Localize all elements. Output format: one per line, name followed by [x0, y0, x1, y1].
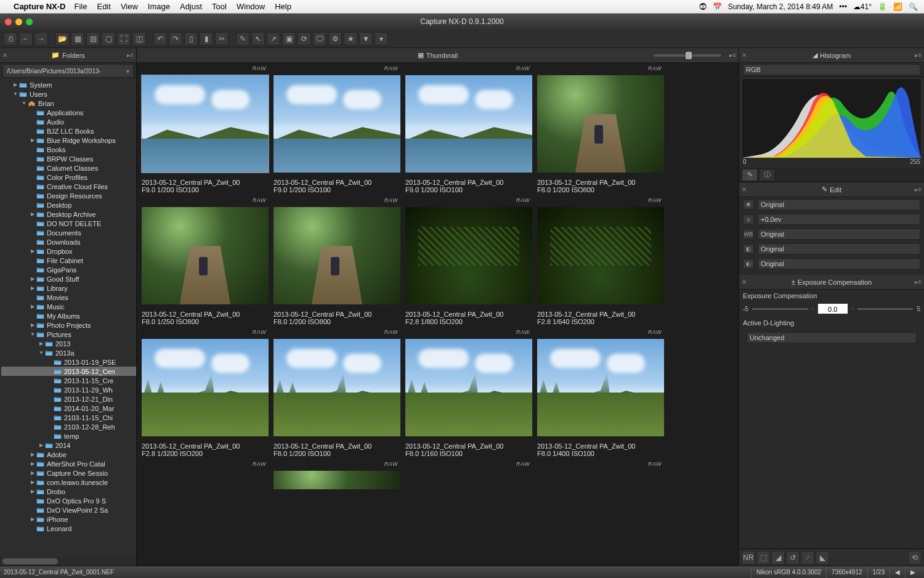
edit-row-select[interactable]: +0.0ev — [758, 214, 920, 225]
folder-library[interactable]: ▶Library — [1, 283, 136, 293]
thumbnail-image[interactable] — [405, 207, 532, 304]
folder-aftershot-pro-catal[interactable]: ▶AfterShot Pro Catal — [1, 459, 136, 468]
edit-row-select[interactable]: Original — [758, 243, 920, 254]
thumbnail-item[interactable]: RAW2013-05-12_Central PA_Zwit_00F8.0 1/4… — [537, 329, 664, 457]
tree-hscrollbar[interactable] — [0, 557, 136, 566]
folder-creative-cloud-files[interactable]: Creative Cloud Files — [1, 182, 136, 191]
filmstrip-view-button[interactable]: ▤ — [86, 32, 100, 46]
exposure-value[interactable]: 0.0 — [817, 303, 848, 314]
eyedropper-button[interactable]: ✎ — [236, 32, 249, 46]
folder-2014-01-20-mar[interactable]: 2014-01-20_Mar — [1, 404, 136, 413]
thumbnail-image[interactable] — [537, 339, 664, 436]
folder-blue-ridge-workshops[interactable]: ▶Blue Ridge Workshops — [1, 136, 136, 145]
curves-button[interactable]: ⟋ — [801, 551, 814, 564]
calendar-icon[interactable]: 📅 — [713, 2, 722, 11]
levels-button[interactable]: ◢ — [771, 551, 785, 564]
chevron-down-icon[interactable]: ▾ — [126, 68, 129, 75]
folder-iphone[interactable]: ▶iPhone — [1, 515, 136, 524]
thumbnail-image[interactable] — [405, 75, 532, 173]
disclosure-triangle[interactable]: ▶ — [30, 285, 36, 291]
thumbnail-image[interactable] — [142, 207, 269, 304]
folder-documents[interactable]: Documents — [1, 228, 136, 237]
thumbnail-item[interactable]: RAW2013-05-12_Central PA_Zwit_00F8.0 1/2… — [274, 197, 400, 325]
reset-button[interactable]: ↺ — [786, 551, 800, 564]
straighten-button[interactable]: ↖ — [251, 32, 265, 46]
folder-books[interactable]: Books — [1, 145, 136, 154]
disclosure-triangle[interactable]: ▼ — [21, 100, 27, 106]
thumbnail-item[interactable]: RAW2013-05-12_Central PA_Zwit_00F8.0 1/2… — [274, 329, 400, 457]
disclosure-triangle[interactable]: ▶ — [30, 137, 36, 143]
edit-tab[interactable]: ✎ — [742, 169, 758, 181]
thumbnail-image[interactable] — [537, 75, 664, 173]
thumbnail-item[interactable]: RAW — [537, 461, 664, 489]
folder-photo-projects[interactable]: ▶Photo Projects — [1, 320, 136, 330]
folder-2103-11-15-chi[interactable]: 2103-11-15_Chi — [1, 413, 136, 422]
forward-button[interactable]: → — [34, 32, 48, 46]
folder-adobe[interactable]: ▶Adobe — [1, 450, 136, 459]
edit-row-select[interactable]: Original — [758, 199, 920, 210]
thumbnail-item[interactable]: RAW2013-05-12_Central PA_Zwit_00F2.8 1/8… — [405, 197, 532, 325]
close-icon[interactable]: ✕ — [742, 186, 747, 193]
folder-music[interactable]: ▶Music — [1, 302, 136, 311]
folder-temp[interactable]: temp — [1, 431, 136, 441]
thumbnail-item[interactable]: RAW2013-05-12_Central PA_Zwit_00F9.0 1/2… — [142, 65, 269, 193]
weather-icon[interactable]: ☁41° — [853, 2, 872, 11]
folder-dropbox[interactable]: ▶Dropbox — [1, 246, 136, 256]
disclosure-triangle[interactable]: ▼ — [38, 350, 44, 356]
grid-view-button[interactable]: ▦ — [71, 32, 84, 46]
histogram-channel-select[interactable]: RGB — [743, 64, 920, 75]
exposure-slider[interactable]: -5 ‹ 0.0 › 5 — [743, 303, 920, 314]
thumbnail-image[interactable] — [142, 339, 269, 436]
print-button[interactable]: ⎙ — [4, 32, 17, 46]
thumbnail-grid[interactable]: RAW2013-05-12_Central PA_Zwit_00F9.0 1/2… — [137, 63, 739, 566]
panel-options-icon[interactable]: ▸≡ — [915, 279, 922, 285]
info-tab[interactable]: ⓘ — [759, 169, 775, 181]
rotate-ccw-button[interactable]: ↶ — [153, 32, 167, 46]
fullscreen-button[interactable]: ⛶ — [117, 32, 131, 46]
filter-button[interactable]: ▼ — [359, 32, 373, 46]
label-button[interactable]: ▾ — [375, 32, 388, 46]
folder-dxo-optics-pro-9-s[interactable]: DxO Optics Pro 9 S — [1, 496, 136, 505]
align-left-button[interactable]: ▯ — [184, 32, 198, 46]
folder-downloads[interactable]: Downloads — [1, 237, 136, 246]
align-right-button[interactable]: ▮ — [200, 32, 213, 46]
close-icon[interactable]: ✕ — [2, 52, 7, 59]
folder-desktop[interactable]: Desktop — [1, 200, 136, 210]
thumbnail-image[interactable] — [274, 75, 400, 173]
rating-button[interactable]: ★ — [344, 32, 357, 46]
folder-2103-12-28-reh[interactable]: 2103-12-28_Reh — [1, 422, 136, 431]
thumbnail-item[interactable]: RAW2013-05-12_Central PA_Zwit_00F9.0 1/2… — [274, 65, 400, 193]
next-image-button[interactable]: ▶ — [905, 566, 920, 578]
disclosure-triangle[interactable]: ▶ — [30, 248, 36, 254]
menu-view[interactable]: View — [121, 2, 138, 11]
more-icon[interactable]: ••• — [839, 2, 847, 11]
disclosure-triangle[interactable]: ▶ — [30, 516, 36, 522]
disclosure-triangle[interactable]: ▶ — [30, 470, 36, 476]
folder-good-stuff[interactable]: ▶Good Stuff — [1, 274, 136, 283]
folder-2014[interactable]: ▶2014 — [1, 441, 136, 450]
menu-image[interactable]: Image — [148, 2, 170, 11]
disclosure-triangle[interactable]: ▶ — [30, 322, 36, 328]
crop-button[interactable]: ✂ — [215, 32, 229, 46]
folder-drobo[interactable]: ▶Drobo — [1, 487, 136, 496]
prev-image-button[interactable]: ◀ — [890, 566, 905, 578]
folder-audio[interactable]: Audio — [1, 117, 136, 126]
folder-2013-12-21-din[interactable]: 2013-12-21_Din — [1, 394, 136, 404]
folder-dxo-viewpoint-2-sa[interactable]: DxO ViewPoint 2 Sa — [1, 505, 136, 515]
folder-2013-11-29-wh[interactable]: 2013-11-29_Wh — [1, 385, 136, 394]
thumbnail-image[interactable] — [274, 339, 400, 436]
folder-brpw-classes[interactable]: BRPW Classes — [1, 154, 136, 163]
folder-2013-11-15-cre[interactable]: 2013-11-15_Cre — [1, 376, 136, 385]
notification-icon[interactable]: ⓵ — [699, 2, 707, 11]
folder-movies[interactable]: Movies — [1, 293, 136, 302]
disclosure-triangle[interactable]: ▶ — [30, 452, 36, 457]
adl-select[interactable]: Unchanged — [747, 332, 917, 343]
close-icon[interactable]: ✕ — [742, 279, 747, 285]
thumbnail-image[interactable] — [274, 471, 400, 489]
folder-system[interactable]: ▶System — [1, 80, 136, 89]
folder-bjz-llc-books[interactable]: BJZ LLC Books — [1, 126, 136, 136]
folder-brian[interactable]: ▼Brian — [1, 99, 136, 108]
panel-options-icon[interactable]: ▸≡ — [915, 186, 922, 193]
folder-pictures[interactable]: ▼Pictures — [1, 330, 136, 339]
minimize-window-button[interactable] — [15, 18, 22, 25]
